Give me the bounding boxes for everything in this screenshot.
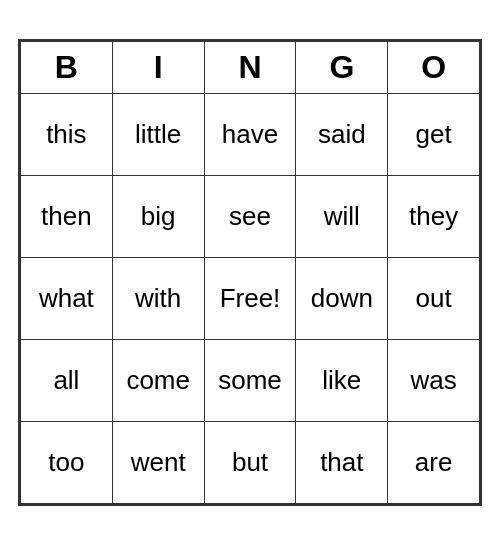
cell-r1-c2: see [204,175,296,257]
cell-r4-c3: that [296,421,388,503]
cell-r2-c1: with [112,257,204,339]
cell-r3-c2: some [204,339,296,421]
bingo-body: thislittlehavesaidgetthenbigseewilltheyw… [21,93,480,503]
col-i: I [112,41,204,93]
cell-r3-c0: all [21,339,113,421]
cell-r4-c4: are [388,421,480,503]
cell-r4-c2: but [204,421,296,503]
header-row: B I N G O [21,41,480,93]
cell-r1-c1: big [112,175,204,257]
cell-r0-c2: have [204,93,296,175]
cell-r2-c2: Free! [204,257,296,339]
cell-r3-c4: was [388,339,480,421]
col-b: B [21,41,113,93]
cell-r0-c3: said [296,93,388,175]
cell-r1-c4: they [388,175,480,257]
cell-r2-c4: out [388,257,480,339]
table-row: thenbigseewillthey [21,175,480,257]
col-o: O [388,41,480,93]
cell-r0-c0: this [21,93,113,175]
bingo-table: B I N G O thislittlehavesaidgetthenbigse… [20,41,480,504]
table-row: thislittlehavesaidget [21,93,480,175]
table-row: allcomesomelikewas [21,339,480,421]
col-g: G [296,41,388,93]
table-row: toowentbutthatare [21,421,480,503]
cell-r4-c0: too [21,421,113,503]
col-n: N [204,41,296,93]
cell-r4-c1: went [112,421,204,503]
cell-r0-c4: get [388,93,480,175]
cell-r3-c3: like [296,339,388,421]
cell-r0-c1: little [112,93,204,175]
table-row: whatwithFree!downout [21,257,480,339]
bingo-card: B I N G O thislittlehavesaidgetthenbigse… [18,39,482,506]
cell-r1-c3: will [296,175,388,257]
cell-r1-c0: then [21,175,113,257]
cell-r2-c3: down [296,257,388,339]
cell-r3-c1: come [112,339,204,421]
cell-r2-c0: what [21,257,113,339]
